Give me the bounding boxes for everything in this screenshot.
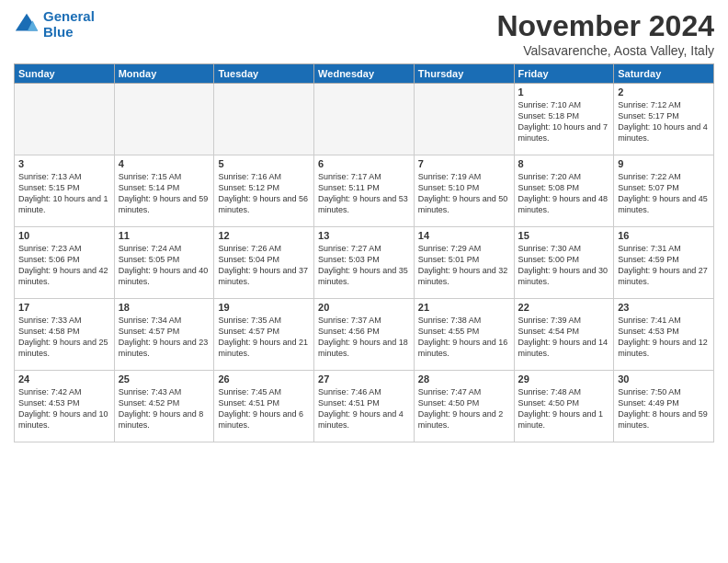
cell-info: Sunrise: 7:34 AMSunset: 4:57 PMDaylight:…: [119, 315, 210, 360]
logo-icon: [14, 12, 40, 38]
daylight-text: Daylight: 10 hours and 4 minutes.: [618, 122, 708, 143]
day-number: 2: [618, 86, 710, 98]
sunset-text: Sunset: 4:57 PM: [119, 327, 180, 336]
sunset-text: Sunset: 5:01 PM: [418, 255, 480, 264]
day-number: 3: [18, 158, 110, 169]
calendar-cell: [414, 84, 514, 155]
title-block: November 2024 Valsavarenche, Aosta Valle…: [496, 9, 714, 58]
calendar-cell: 1Sunrise: 7:10 AMSunset: 5:18 PMDaylight…: [514, 84, 614, 155]
sunrise-text: Sunrise: 7:29 AM: [418, 244, 482, 253]
sunset-text: Sunset: 5:12 PM: [218, 183, 279, 192]
sunrise-text: Sunrise: 7:12 AM: [618, 100, 681, 109]
cell-info: Sunrise: 7:12 AMSunset: 5:17 PMDaylight:…: [618, 99, 710, 144]
month-title: November 2024: [496, 9, 714, 43]
sunset-text: Sunset: 5:18 PM: [518, 111, 580, 121]
calendar-week-row: 3Sunrise: 7:13 AMSunset: 5:15 PMDaylight…: [15, 155, 714, 227]
day-number: 21: [418, 302, 510, 313]
calendar-cell: 14Sunrise: 7:29 AMSunset: 5:01 PMDayligh…: [414, 227, 514, 299]
col-saturday: Saturday: [614, 64, 714, 84]
calendar-week-row: 17Sunrise: 7:33 AMSunset: 4:58 PMDayligh…: [15, 299, 714, 371]
calendar-cell: 17Sunrise: 7:33 AMSunset: 4:58 PMDayligh…: [15, 299, 115, 371]
cell-info: Sunrise: 7:24 AMSunset: 5:05 PMDaylight:…: [119, 243, 210, 288]
daylight-text: Daylight: 9 hours and 32 minutes.: [418, 266, 508, 286]
col-thursday: Thursday: [414, 64, 514, 84]
col-monday: Monday: [114, 64, 214, 84]
calendar-cell: [314, 84, 415, 155]
day-number: 6: [318, 158, 410, 169]
sunset-text: Sunset: 5:14 PM: [119, 183, 180, 192]
calendar-cell: 16Sunrise: 7:31 AMSunset: 4:59 PMDayligh…: [614, 227, 714, 299]
cell-info: Sunrise: 7:42 AMSunset: 4:53 PMDaylight:…: [18, 386, 110, 431]
cell-info: Sunrise: 7:17 AMSunset: 5:11 PMDaylight:…: [318, 171, 410, 216]
sunrise-text: Sunrise: 7:38 AM: [418, 316, 482, 325]
daylight-text: Daylight: 9 hours and 4 minutes.: [318, 409, 404, 430]
calendar-cell: 30Sunrise: 7:50 AMSunset: 4:49 PMDayligh…: [614, 371, 714, 442]
day-number: 22: [518, 302, 610, 313]
daylight-text: Daylight: 8 hours and 59 minutes.: [618, 409, 708, 430]
cell-info: Sunrise: 7:43 AMSunset: 4:52 PMDaylight:…: [119, 386, 210, 431]
daylight-text: Daylight: 9 hours and 21 minutes.: [218, 338, 308, 358]
daylight-text: Daylight: 9 hours and 37 minutes.: [218, 266, 308, 286]
sunset-text: Sunset: 4:55 PM: [418, 327, 480, 336]
day-number: 5: [218, 158, 310, 169]
calendar-week-row: 10Sunrise: 7:23 AMSunset: 5:06 PMDayligh…: [15, 227, 714, 299]
day-number: 24: [18, 373, 110, 385]
cell-info: Sunrise: 7:13 AMSunset: 5:15 PMDaylight:…: [18, 171, 110, 216]
sunset-text: Sunset: 5:11 PM: [318, 183, 380, 192]
day-number: 15: [518, 230, 610, 241]
calendar-cell: 11Sunrise: 7:24 AMSunset: 5:05 PMDayligh…: [114, 227, 214, 299]
sunrise-text: Sunrise: 7:47 AM: [418, 387, 482, 396]
sunrise-text: Sunrise: 7:35 AM: [218, 316, 281, 325]
calendar-cell: 9Sunrise: 7:22 AMSunset: 5:07 PMDaylight…: [614, 155, 714, 227]
day-number: 27: [318, 373, 410, 385]
calendar-cell: 26Sunrise: 7:45 AMSunset: 4:51 PMDayligh…: [214, 371, 314, 442]
daylight-text: Daylight: 9 hours and 6 minutes.: [218, 409, 303, 430]
daylight-text: Daylight: 9 hours and 50 minutes.: [418, 194, 508, 214]
calendar-header-row: Sunday Monday Tuesday Wednesday Thursday…: [15, 64, 714, 84]
sunset-text: Sunset: 4:54 PM: [518, 327, 580, 336]
sunrise-text: Sunrise: 7:10 AM: [518, 100, 582, 109]
calendar-cell: 8Sunrise: 7:20 AMSunset: 5:08 PMDaylight…: [514, 155, 614, 227]
day-number: 26: [218, 373, 310, 385]
sunrise-text: Sunrise: 7:26 AM: [218, 244, 281, 253]
calendar-cell: 3Sunrise: 7:13 AMSunset: 5:15 PMDaylight…: [15, 155, 115, 227]
sunset-text: Sunset: 4:56 PM: [318, 327, 380, 336]
day-number: 13: [318, 230, 410, 241]
col-wednesday: Wednesday: [314, 64, 415, 84]
cell-info: Sunrise: 7:22 AMSunset: 5:07 PMDaylight:…: [618, 171, 710, 216]
day-number: 8: [518, 158, 610, 169]
day-number: 1: [518, 86, 610, 98]
calendar-cell: 25Sunrise: 7:43 AMSunset: 4:52 PMDayligh…: [114, 371, 214, 442]
cell-info: Sunrise: 7:48 AMSunset: 4:50 PMDaylight:…: [518, 386, 610, 431]
sunset-text: Sunset: 5:10 PM: [418, 183, 480, 192]
cell-info: Sunrise: 7:20 AMSunset: 5:08 PMDaylight:…: [518, 171, 610, 216]
calendar-week-row: 24Sunrise: 7:42 AMSunset: 4:53 PMDayligh…: [15, 371, 714, 442]
calendar-cell: 21Sunrise: 7:38 AMSunset: 4:55 PMDayligh…: [414, 299, 514, 371]
daylight-text: Daylight: 9 hours and 23 minutes.: [119, 338, 209, 358]
sunrise-text: Sunrise: 7:39 AM: [518, 316, 582, 325]
calendar-cell: 5Sunrise: 7:16 AMSunset: 5:12 PMDaylight…: [214, 155, 314, 227]
day-number: 23: [618, 302, 710, 313]
daylight-text: Daylight: 9 hours and 40 minutes.: [119, 266, 209, 286]
sunrise-text: Sunrise: 7:13 AM: [18, 172, 82, 181]
cell-info: Sunrise: 7:10 AMSunset: 5:18 PMDaylight:…: [518, 99, 610, 144]
sunrise-text: Sunrise: 7:33 AM: [18, 316, 82, 325]
cell-info: Sunrise: 7:41 AMSunset: 4:53 PMDaylight:…: [618, 315, 710, 360]
calendar-cell: 6Sunrise: 7:17 AMSunset: 5:11 PMDaylight…: [314, 155, 415, 227]
sunrise-text: Sunrise: 7:17 AM: [318, 172, 381, 181]
col-sunday: Sunday: [15, 64, 115, 84]
cell-info: Sunrise: 7:38 AMSunset: 4:55 PMDaylight:…: [418, 315, 510, 360]
daylight-text: Daylight: 9 hours and 12 minutes.: [618, 338, 708, 358]
sunrise-text: Sunrise: 7:37 AM: [318, 316, 381, 325]
daylight-text: Daylight: 9 hours and 56 minutes.: [218, 194, 308, 214]
daylight-text: Daylight: 10 hours and 1 minute.: [18, 194, 108, 214]
daylight-text: Daylight: 9 hours and 42 minutes.: [18, 266, 108, 286]
sunrise-text: Sunrise: 7:24 AM: [119, 244, 182, 253]
sunrise-text: Sunrise: 7:34 AM: [119, 316, 182, 325]
calendar-cell: [15, 84, 115, 155]
sunrise-text: Sunrise: 7:46 AM: [318, 387, 381, 396]
sunrise-text: Sunrise: 7:30 AM: [518, 244, 582, 253]
cell-info: Sunrise: 7:33 AMSunset: 4:58 PMDaylight:…: [18, 315, 110, 360]
calendar-cell: 10Sunrise: 7:23 AMSunset: 5:06 PMDayligh…: [15, 227, 115, 299]
day-number: 19: [218, 302, 310, 313]
